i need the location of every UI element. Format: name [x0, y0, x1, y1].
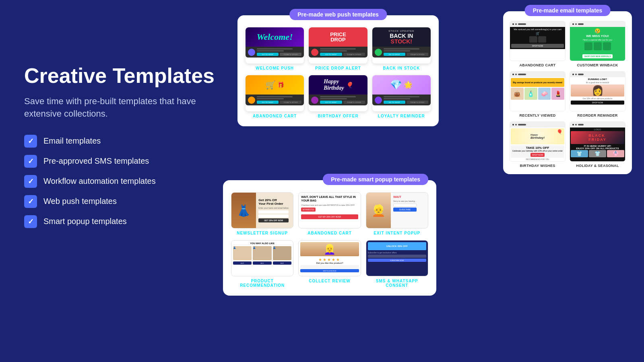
abandoned-cart-push-visual: 🛒 🎁 GO TO SHOP TODAY'S OFFER	[246, 75, 304, 111]
reorder-dot-3	[578, 74, 584, 75]
sms-consent-phone-input	[368, 255, 426, 258]
birthday-wishes-label: BIRTHDAY WISHES	[520, 164, 555, 168]
review-submit-btn[interactable]: WRITE A REVIEW	[300, 269, 359, 272]
email-panel-label: Pre-made email templates	[525, 5, 611, 16]
reorder-text: It's a good time to restock!	[571, 81, 624, 84]
abandoned-cart-push-notification: GO TO SHOP TODAY'S OFFER	[246, 95, 304, 105]
abandoned-push-offer-btn: TODAY'S OFFER	[280, 101, 301, 104]
winback-products	[571, 42, 624, 50]
reorder-dot-2	[575, 74, 577, 75]
birthday-label: BIRTHDAY OFFER	[318, 114, 358, 118]
holiday-banner: BLACKFRIDAY	[571, 131, 624, 144]
recently-viewed-body: Big savings found on products you recent…	[510, 77, 565, 111]
template-card-exit-intent[interactable]: 👱 WAIT Sorry to see you leaving... SUBSC…	[366, 192, 428, 235]
welcome-push-visual: Welcome! GO TO SHOP TODAY'S OFFER	[246, 27, 304, 64]
newsletter-title: Get 20% OffYour First Order	[258, 198, 289, 206]
feature-item-sms: Pre-approved SMS templates	[24, 155, 217, 168]
welcome-go-shop-btn: GO TO SHOP	[257, 53, 279, 56]
checkout-btn: SHOP NOW	[511, 44, 564, 48]
newsletter-content: Get 20% OffYour First Order Enter your n…	[256, 196, 291, 225]
back-stock-icon	[375, 49, 382, 56]
template-card-birthday[interactable]: HappyBirthday 🎈 GO TO SHOP TODAY'S OFFER	[309, 75, 367, 118]
review-input	[300, 265, 359, 268]
exit-intent-preview: 👱 WAIT Sorry to see you leaving... SUBSC…	[366, 192, 428, 228]
holiday-product-3: 👘	[607, 150, 624, 157]
holiday-product-2: 👕	[589, 150, 606, 157]
holiday-dot-2	[575, 124, 577, 125]
email-grid: We noticed you left something(s) in your…	[510, 21, 625, 168]
web-push-panel: Pre-made web push templates Welcome! GO	[237, 15, 439, 126]
welcome-push-header: Welcome!	[246, 27, 304, 47]
winback-product-1	[584, 42, 592, 50]
popup-grid: 👗 Get 20% OffYour First Order Enter your…	[231, 192, 428, 288]
abandon-submit-btn[interactable]: GET MY 20% OFF NOW!	[301, 214, 358, 219]
birthday-rec-3	[547, 161, 564, 162]
winback-shop-btn[interactable]: SHOP OUR NEW ARRIVALS	[582, 54, 612, 58]
template-card-abandoned-cart-push[interactable]: 🛒 🎁 GO TO SHOP TODAY'S OFFER	[246, 75, 304, 118]
abandoned-cart-email-title: We noticed you left something(s) in your…	[511, 28, 564, 31]
template-card-price-drop[interactable]: PRICE DROP GO TO SHOP TODAY'S OFFER	[309, 27, 367, 70]
back-stock-header: STOCK UPDATED BACK IN STOCK!	[372, 27, 431, 47]
feature-item-popup: Smart popup templates	[24, 215, 217, 228]
rv-product-1: 👜	[511, 88, 524, 100]
check-icon-push	[24, 195, 37, 208]
rv-product-3: 🧼	[538, 88, 551, 100]
winback-product-2	[594, 42, 602, 50]
holiday-dot-3	[578, 124, 584, 125]
template-card-abandoned-cart-popup[interactable]: WAIT, DON'T LEAVE ALL THAT STYLE IN YOUR…	[298, 192, 361, 235]
template-card-sms-consent[interactable]: UNLOCK 35% OFF Subscribe to get exclusiv…	[366, 240, 428, 288]
birthday-offer: TAKE 10% OFF Celebrate your birthday wit…	[511, 145, 564, 158]
email-card-abandoned-cart[interactable]: We noticed you left something(s) in your…	[510, 21, 566, 67]
reorder-subtitle: Get 10% off on skincare products	[571, 97, 624, 100]
template-card-loyalty[interactable]: 💎 🌟 GO TO SHOP TODAY'S OFFER	[372, 75, 431, 118]
newsletter-submit-btn[interactable]: GET 20% OFF NOW	[258, 218, 289, 222]
template-card-back-stock[interactable]: STOCK UPDATED BACK IN STOCK! GO TO SHOP	[372, 27, 431, 70]
product-rec-buttons: BUY BUY BUY	[233, 261, 291, 265]
product-rec-btn-2[interactable]: BUY	[253, 261, 271, 265]
template-card-product-rec[interactable]: YOU MAY ALSO LIKE 👗 👗 👗 BUY BUY BUY PROD…	[231, 240, 293, 288]
back-stock-preview: STOCK UPDATED BACK IN STOCK! GO TO SHOP	[372, 27, 431, 64]
email-card-winback[interactable]: 😢 WE MISS YOU! Here's a special offer ju…	[570, 21, 625, 67]
template-card-newsletter[interactable]: 👗 Get 20% OffYour First Order Enter your…	[231, 192, 293, 235]
price-drop-header: PRICE DROP	[309, 27, 367, 47]
exit-intent-subscribe-btn[interactable]: SUBSCRIBE	[393, 208, 417, 212]
product-rec-btn-3[interactable]: BUY	[273, 261, 291, 265]
product-rec-title: YOU MAY ALSO LIKE	[233, 242, 291, 245]
birthday-balloon: 🎈	[557, 129, 563, 135]
template-card-collect-review[interactable]: 👱‍♀️ ★★★★★ Did you like this product? WR…	[298, 240, 361, 288]
reorder-shop-btn[interactable]: SHOP NOW	[571, 101, 624, 105]
newsletter-img: 👗	[231, 193, 256, 228]
sms-consent-submit-btn[interactable]: SUBSCRIBE NOW	[368, 259, 426, 262]
email-card-holiday[interactable]: LOGO BLACKFRIDAY IT IS HERE! HURRY UP!EN…	[570, 121, 625, 168]
recently-viewed-products: 👜 🧴 🧼 💄	[511, 88, 564, 100]
popup-panel: Pre-made smart popup templates 👗 Get 20%…	[223, 180, 436, 296]
product-rec-btn-1[interactable]: BUY	[233, 261, 252, 265]
birthday-shop-btn[interactable]: SHOP NOW	[530, 153, 545, 157]
winback-dot-1	[572, 23, 574, 25]
reorder-title: RUNNING LOW?	[571, 78, 624, 80]
email-card-recently-viewed[interactable]: Big savings found on products you recent…	[510, 71, 566, 117]
price-drop-go-btn: GO TO SHOP	[320, 53, 342, 56]
email-card-birthday-wishes[interactable]: Happy Birthday! 🎈 TAKE 10% OFF Celebrate…	[510, 121, 566, 168]
winback-emoji: 😢	[571, 28, 624, 34]
price-drop-offer-btn: TODAY'S OFFER	[343, 53, 365, 56]
sms-consent-preview: UNLOCK 35% OFF Subscribe to get exclusiv…	[366, 240, 428, 276]
rv-dot-2	[515, 74, 517, 75]
holiday-preview: LOGO BLACKFRIDAY IT IS HERE! HURRY UP!EN…	[570, 121, 625, 162]
birthday-rec-label: RECOMMENDED FOR YOU	[511, 158, 564, 160]
welcome-push-icon	[248, 49, 255, 56]
holiday-label: HOLIDAY & SEASONAL	[576, 164, 619, 168]
check-icon-email	[24, 135, 37, 148]
winback-dot-3	[578, 23, 584, 25]
main-title: Creative Templates	[24, 64, 217, 87]
abandoned-cart-popup-title: WAIT, DON'T LEAVE ALL THAT STYLE IN YOUR…	[301, 195, 358, 202]
sms-consent-label: SMS & WHATSAPP CONSENT	[366, 279, 428, 288]
email-card-reorder[interactable]: RUNNING LOW? It's a good time to restock…	[570, 71, 625, 117]
back-stock-offer-btn: TODAY'S OFFER	[407, 53, 428, 56]
template-card-welcome-push[interactable]: Welcome! GO TO SHOP TODAY'S OFFER	[246, 27, 304, 70]
exit-intent-visual: 👱 WAIT Sorry to see you leaving... SUBSC…	[366, 193, 428, 228]
shoe-1	[529, 36, 537, 43]
feature-list: Email templates Pre-approved SMS templat…	[24, 135, 217, 228]
recently-viewed-preview: Big savings found on products you recent…	[510, 71, 566, 111]
exit-intent-subtitle: Sorry to see you leaving...	[393, 200, 417, 202]
